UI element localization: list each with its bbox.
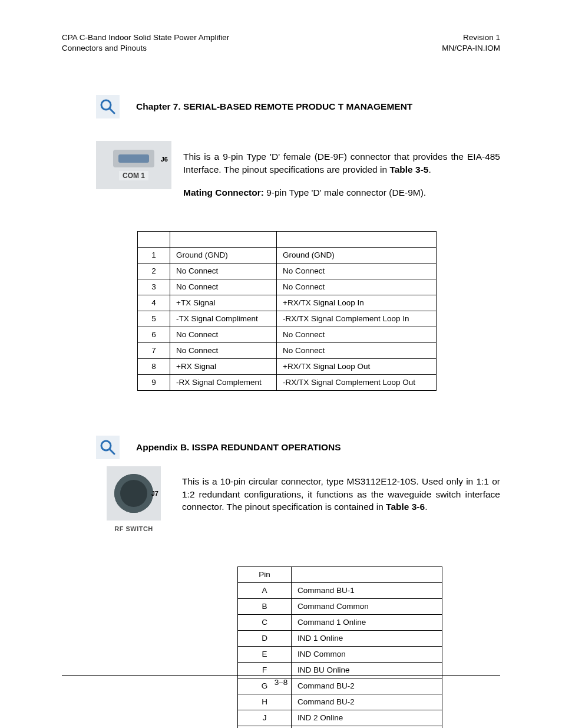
table-row: ACommand BU-1 [238, 582, 442, 598]
cell-name: Command BU-2 [292, 694, 442, 710]
cell-pin: B [238, 598, 292, 614]
table-ref: Table 3-6 [386, 502, 425, 512]
header-right-line1: Revision 1 [442, 32, 500, 43]
cell-pin: 3 [138, 279, 170, 295]
connector-j7-label: RF SWITCH [114, 525, 153, 532]
cell-pin: D [238, 630, 292, 646]
cell-pin: J [238, 710, 292, 726]
cell-pin: 6 [138, 327, 170, 342]
header-left-line1: CPA C-Band Indoor Solid State Power Ampl… [62, 32, 229, 43]
cell-pin: A [238, 582, 292, 598]
header-left-line2: Connectors and Pinouts [62, 43, 229, 54]
cell-pin: 1 [138, 247, 170, 263]
cell-signal-b: -RX/TX Signal Complement Loop Out [277, 374, 437, 390]
cell-signal-a: No Connect [170, 342, 277, 358]
text-run: . [425, 502, 427, 512]
cell-signal-a: -RX Signal Complement [170, 374, 277, 390]
table-3-6: Pin ACommand BU-1BCommand CommonCCommand… [237, 566, 442, 729]
connector-j6-tag: J6 [161, 156, 168, 163]
svg-line-3 [110, 449, 114, 454]
text-run: . [428, 164, 431, 174]
page-number: 3–8 [275, 678, 288, 687]
connector-j7-tag: J7 [151, 490, 158, 497]
cell-signal-a: +RX Signal [170, 358, 277, 374]
cell-name: Command 1 Online [292, 614, 442, 630]
cell-name: Command BU-1 [292, 582, 442, 598]
table-row: KNo Connect [238, 726, 442, 728]
cell-pin: H [238, 694, 292, 710]
cell-signal-b: No Connect [277, 263, 437, 279]
text-run: This is a 9-pin Type 'D' female (DE-9F) … [183, 151, 500, 174]
cell-pin: 9 [138, 374, 170, 390]
page-footer: 3–8 [62, 675, 500, 687]
cell-signal-b: +RX/TX Signal Loop Out [277, 358, 437, 374]
cell-signal-a: -TX Signal Compliment [170, 311, 277, 327]
appendixB-paragraph: This is a 10-pin circular connector, typ… [182, 475, 500, 513]
table-row: CCommand 1 Online [238, 614, 442, 630]
cell-pin: 7 [138, 342, 170, 358]
cell-signal-a: No Connect [170, 327, 277, 342]
cell-signal-b: -RX/TX Signal Complement Loop In [277, 311, 437, 327]
cell-pin: 8 [138, 358, 170, 374]
page-header: CPA C-Band Indoor Solid State Power Ampl… [62, 32, 500, 54]
magnifier-icon [96, 95, 120, 118]
cell-pin: 4 [138, 295, 170, 311]
table-row: 4+TX Signal+RX/TX Signal Loop In [138, 295, 437, 311]
magnifier-icon [96, 436, 120, 459]
cell-pin: C [238, 614, 292, 630]
cell-name: Command Common [292, 598, 442, 614]
table-3-5: 1Ground (GND)Ground (GND)2No ConnectNo C… [137, 231, 437, 391]
cell-signal-a: +TX Signal [170, 295, 277, 311]
cell-signal-b: +RX/TX Signal Loop In [277, 295, 437, 311]
text-label: Mating Connector: [183, 187, 264, 197]
table-row: HCommand BU-2 [238, 694, 442, 710]
connector-j6-figure: J6 COM 1 [96, 141, 171, 208]
cell-name: IND 1 Online [292, 630, 442, 646]
table-row: BCommand Common [238, 598, 442, 614]
cell-name: IND 2 Online [292, 710, 442, 726]
chapter7-paragraph1: This is a 9-pin Type 'D' female (DE-9F) … [183, 150, 500, 176]
connector-j6-label: COM 1 [119, 171, 148, 180]
table-row: 6No ConnectNo Connect [138, 327, 437, 342]
table-row: 3No ConnectNo Connect [138, 279, 437, 295]
text-run: This is a 10-pin circular connector, typ… [182, 476, 500, 512]
header-right-line2: MN/CPA-IN.IOM [442, 43, 500, 54]
cell-name: IND Common [292, 646, 442, 662]
appendixB-title: Appendix B. ISSPA REDUNDANT OPERATIONS [136, 442, 341, 453]
table-row: 9-RX Signal Complement-RX/TX Signal Comp… [138, 374, 437, 390]
cell-pin: E [238, 646, 292, 662]
table-ref: Table 3-5 [389, 164, 428, 174]
table-row: 8+RX Signal+RX/TX Signal Loop Out [138, 358, 437, 374]
table-row: 5-TX Signal Compliment-RX/TX Signal Comp… [138, 311, 437, 327]
cell-signal-a: Ground (GND) [170, 247, 277, 263]
cell-signal-a: No Connect [170, 263, 277, 279]
text-run: 9-pin Type 'D' male connector (DE-9M). [264, 187, 426, 197]
cell-signal-b: No Connect [277, 342, 437, 358]
cell-pin: 2 [138, 263, 170, 279]
cell-pin: K [238, 726, 292, 728]
connector-j7-figure: J7 RF SWITCH [96, 466, 171, 532]
table-row: 1Ground (GND)Ground (GND) [138, 247, 437, 263]
chapter7-paragraph2: Mating Connector: 9-pin Type 'D' male co… [183, 186, 500, 199]
chapter7-title: Chapter 7. SERIAL-BASED REMOTE PRODUC T … [136, 101, 412, 112]
table-row: DIND 1 Online [238, 630, 442, 646]
cell-signal-b: Ground (GND) [277, 247, 437, 263]
table-row: EIND Common [238, 646, 442, 662]
cell-pin: 5 [138, 311, 170, 327]
cell-signal-b: No Connect [277, 327, 437, 342]
cell-signal-b: No Connect [277, 279, 437, 295]
table-row: JIND 2 Online [238, 710, 442, 726]
table36-header-pin: Pin [238, 566, 292, 582]
cell-signal-a: No Connect [170, 279, 277, 295]
cell-name: No Connect [292, 726, 442, 728]
table-row: 2No ConnectNo Connect [138, 263, 437, 279]
svg-line-1 [110, 108, 114, 113]
table-row: 7No ConnectNo Connect [138, 342, 437, 358]
